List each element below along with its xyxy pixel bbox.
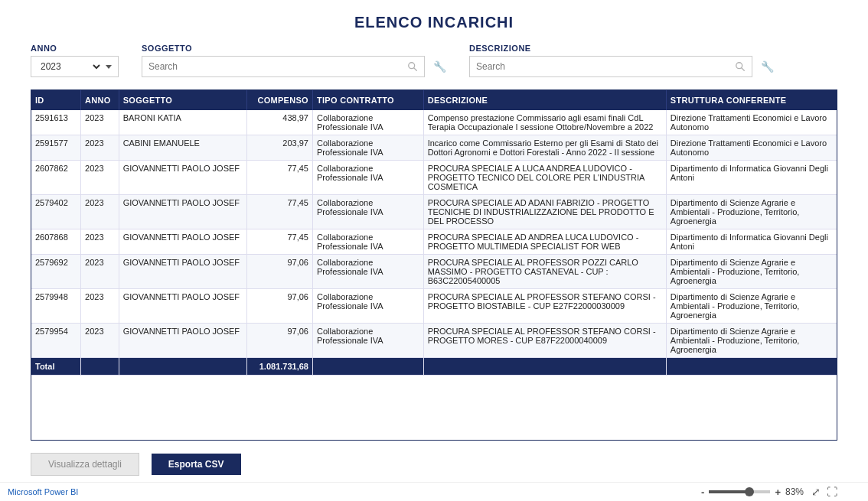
soggetto-label: SOGGETTO [142, 44, 446, 53]
total-value: 1.081.731,68 [246, 358, 312, 376]
zoom-control: - + 83% [701, 486, 804, 498]
cell-tipo: Collaborazione Professionale IVA [312, 229, 423, 255]
cell-id: 2579692 [31, 255, 81, 289]
cell-anno: 2023 [81, 229, 119, 255]
descrizione-filter-icon[interactable]: 🔧 [761, 60, 774, 73]
cell-anno: 2023 [81, 324, 119, 358]
cell-tipo: Collaborazione Professionale IVA [312, 255, 423, 289]
descrizione-label: DESCRIZIONE [469, 44, 774, 53]
cell-struttura: Dipartimento di Informatica Giovanni Deg… [666, 161, 837, 195]
table-container: ID ANNO SOGGETTO COMPENSO TIPO CONTRATTO… [31, 89, 837, 441]
cell-soggetto: BARONI KATIA [119, 110, 246, 135]
table-header-row: ID ANNO SOGGETTO COMPENSO TIPO CONTRATTO… [31, 90, 837, 110]
total-empty-anno [81, 358, 119, 376]
descrizione-filter-group: DESCRIZIONE 🔧 [469, 44, 774, 77]
zoom-plus[interactable]: + [775, 486, 781, 498]
cell-soggetto: GIOVANNETTI PAOLO JOSEF [119, 289, 246, 324]
col-header-desc: DESCRIZIONE [423, 90, 666, 110]
table-row: 2579948 2023 GIOVANNETTI PAOLO JOSEF 97,… [31, 289, 837, 324]
chevron-down-icon [106, 65, 112, 69]
cell-soggetto: GIOVANNETTI PAOLO JOSEF [119, 229, 246, 255]
cell-struttura: Direzione Trattamenti Economici e Lavoro… [666, 135, 837, 161]
cell-soggetto: GIOVANNETTI PAOLO JOSEF [119, 195, 246, 229]
descrizione-search-input[interactable] [476, 61, 732, 72]
total-empty-soggetto [119, 358, 246, 376]
cell-struttura: Dipartimento di Informatica Giovanni Deg… [666, 229, 837, 255]
soggetto-search-input[interactable] [148, 61, 404, 72]
visualizza-button[interactable]: Visualizza dettagli [31, 453, 139, 476]
cell-anno: 2023 [81, 161, 119, 195]
table-row: 2607862 2023 GIOVANNETTI PAOLO JOSEF 77,… [31, 161, 837, 195]
cell-id: 2591577 [31, 135, 81, 161]
cell-struttura: Dipartimento di Scienze Agrarie e Ambien… [666, 289, 837, 324]
cell-desc: PROCURA SPECIALE A LUCA ANDREA LUDOVICO … [423, 161, 666, 195]
cell-tipo: Collaborazione Professionale IVA [312, 161, 423, 195]
zoom-thumb [745, 487, 754, 496]
cell-soggetto: CABINI EMANUELE [119, 135, 246, 161]
total-empty-tipo [312, 358, 423, 376]
zoom-percent: 83% [785, 486, 804, 497]
col-header-tipo: TIPO CONTRATTO [312, 90, 423, 110]
table-total-row: Total 1.081.731,68 [31, 358, 837, 376]
cell-anno: 2023 [81, 289, 119, 324]
page-title: ELENCO INCARICHI [354, 14, 514, 31]
total-empty-struttura [666, 358, 837, 376]
cell-soggetto: GIOVANNETTI PAOLO JOSEF [119, 161, 246, 195]
cell-desc: PROCURA SPECIALE AD ANDREA LUCA LUDOVICO… [423, 229, 666, 255]
filters-row: ANNO 2023 SOGGETTO 🔧 [0, 39, 868, 85]
page-header: ELENCO INCARICHI [0, 0, 868, 39]
cell-struttura: Dipartimento di Scienze Agrarie e Ambien… [666, 195, 837, 229]
cell-struttura: Dipartimento di Scienze Agrarie e Ambien… [666, 324, 837, 358]
cell-tipo: Collaborazione Professionale IVA [312, 195, 423, 229]
col-header-struttura: STRUTTURA CONFERENTE [666, 90, 837, 110]
cell-id: 2579402 [31, 195, 81, 229]
zoom-minus[interactable]: - [701, 486, 704, 498]
soggetto-search-icon [407, 61, 418, 72]
total-empty-desc [423, 358, 666, 376]
anno-filter-group: ANNO 2023 [31, 44, 119, 77]
cell-struttura: Direzione Trattamenti Economici e Lavoro… [666, 110, 837, 135]
cell-desc: Incarico come Commissario Esterno per gl… [423, 135, 666, 161]
anno-label: ANNO [31, 44, 119, 53]
cell-tipo: Collaborazione Professionale IVA [312, 289, 423, 324]
cell-compenso: 97,06 [246, 255, 312, 289]
col-header-compenso: COMPENSO [246, 90, 312, 110]
footer-icons: ⤢ ⛶ [811, 486, 837, 498]
table-row: 2579692 2023 GIOVANNETTI PAOLO JOSEF 97,… [31, 255, 837, 289]
cell-compenso: 97,06 [246, 289, 312, 324]
anno-select[interactable]: 2023 [38, 60, 103, 73]
footer-right: - + 83% ⤢ ⛶ [701, 486, 837, 498]
cell-id: 2591613 [31, 110, 81, 135]
svg-line-3 [742, 68, 745, 71]
share-icon[interactable]: ⤢ [811, 486, 821, 498]
powerbi-link[interactable]: Microsoft Power BI [8, 487, 78, 496]
cell-compenso: 203,97 [246, 135, 312, 161]
cell-id: 2579954 [31, 324, 81, 358]
cell-desc: PROCURA SPECIALE AL PROFESSOR STEFANO CO… [423, 324, 666, 358]
cell-desc: PROCURA SPECIALE AL PROFESSOR STEFANO CO… [423, 289, 666, 324]
buttons-row: Visualizza dettagli Esporta CSV [0, 447, 868, 482]
cell-desc: PROCURA SPECIALE AD ADANI FABRIZIO - PRO… [423, 195, 666, 229]
cell-tipo: Collaborazione Professionale IVA [312, 110, 423, 135]
zoom-slider[interactable] [709, 490, 770, 493]
col-header-soggetto: SOGGETTO [119, 90, 246, 110]
esporta-button[interactable]: Esporta CSV [152, 454, 241, 475]
expand-icon[interactable]: ⛶ [827, 486, 837, 498]
descrizione-search-icon [735, 61, 746, 72]
total-label: Total [31, 358, 81, 376]
cell-soggetto: GIOVANNETTI PAOLO JOSEF [119, 255, 246, 289]
soggetto-filter-icon[interactable]: 🔧 [433, 60, 446, 73]
cell-id: 2579948 [31, 289, 81, 324]
table-row: 2579402 2023 GIOVANNETTI PAOLO JOSEF 77,… [31, 195, 837, 229]
incarichi-table: ID ANNO SOGGETTO COMPENSO TIPO CONTRATTO… [31, 90, 837, 376]
table-row: 2607868 2023 GIOVANNETTI PAOLO JOSEF 77,… [31, 229, 837, 255]
soggetto-filter-group: SOGGETTO 🔧 [142, 44, 446, 77]
cell-desc: Compenso prestazione Commissario agli es… [423, 110, 666, 135]
descrizione-search-wrap [469, 56, 752, 77]
footer: Microsoft Power BI - + 83% ⤢ ⛶ [0, 482, 868, 501]
anno-select-wrap: 2023 [31, 56, 119, 77]
table-row: 2591613 2023 BARONI KATIA 438,97 Collabo… [31, 110, 837, 135]
page-container: ELENCO INCARICHI ANNO 2023 SOGGETTO [0, 0, 868, 501]
cell-compenso: 77,45 [246, 229, 312, 255]
cell-id: 2607868 [31, 229, 81, 255]
